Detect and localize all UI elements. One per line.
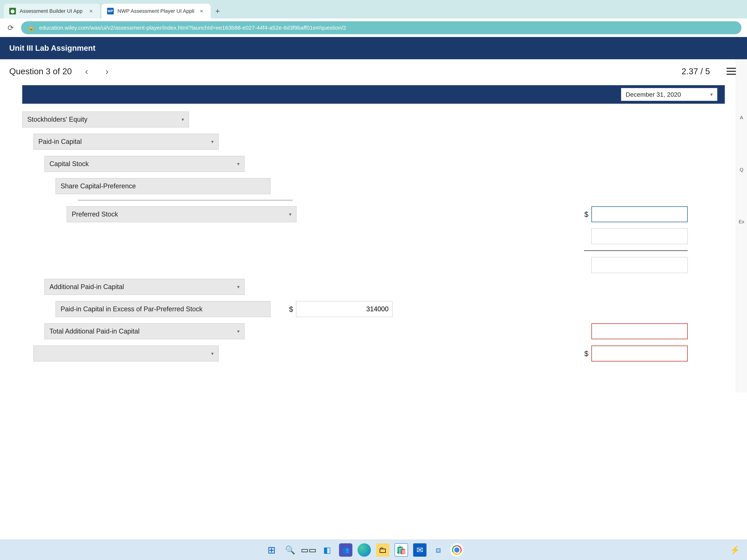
amount-input-total[interactable] <box>591 346 688 362</box>
account-label: Paid-in Capital in Excess of Par-Preferr… <box>60 305 203 313</box>
date-select[interactable]: December 31, 2020 ▾ <box>621 88 717 101</box>
account-label: Additional Paid-in Capital <box>49 283 124 291</box>
account-select[interactable]: Additional Paid-in Capital ▾ <box>45 279 244 295</box>
account-label: Share Capital-Preference <box>60 182 136 190</box>
total-line-row <box>22 250 725 251</box>
row-blank: ▾ $ <box>22 345 725 362</box>
file-explorer-button[interactable]: 🗀 <box>376 543 389 557</box>
sliver-label: Ex <box>739 219 744 224</box>
right-panel-sliver: A Q Ex <box>736 59 747 393</box>
dropbox-icon: ⧈ <box>436 545 441 555</box>
chevron-left-icon: ‹ <box>85 66 88 77</box>
tab-assessment-player[interactable]: WP NWP Assessment Player UI Appli × <box>102 4 211 19</box>
chevron-down-icon: ▾ <box>289 212 291 217</box>
amount-group <box>591 323 688 339</box>
sliver-label: Q <box>740 167 743 172</box>
new-tab-button[interactable]: + <box>212 5 223 17</box>
address-bar: ⟳ 🔒 education.wiley.com/was/ui/v2/assess… <box>0 19 747 37</box>
chevron-down-icon: ▾ <box>211 139 214 144</box>
account-select[interactable]: ▾ <box>33 346 218 362</box>
account-select[interactable]: Paid-in Capital ▾ <box>33 134 218 150</box>
account-select[interactable]: Stockholders' Equity ▾ <box>22 111 189 127</box>
account-select[interactable]: Preferred Stock ▾ <box>67 206 297 222</box>
account-label: Preferred Stock <box>72 210 118 218</box>
reload-icon: ⟳ <box>7 24 14 32</box>
dollar-sign: $ <box>289 305 293 313</box>
dollar-sign: $ <box>584 349 588 358</box>
taskbar: ⊞ 🔍 ▭▭ ◧ 👥 🗀 🛍️ ✉ <box>0 540 747 560</box>
worksheet: December 31, 2020 ▾ Stockholders' Equity… <box>0 83 747 540</box>
close-icon[interactable]: × <box>87 7 95 15</box>
task-view-button[interactable]: ▭▭ <box>302 543 315 557</box>
mail-button[interactable]: ✉ <box>413 543 427 557</box>
teams-icon: 👥 <box>342 546 350 554</box>
amount-group: $ <box>584 206 688 222</box>
mail-icon: ✉ <box>416 545 423 555</box>
tray-item[interactable]: ⚡ <box>728 543 742 557</box>
account-label: Total Additional Paid-in Capital <box>49 327 139 335</box>
browser-window: ⬤ Assessment Builder UI App × WP NWP Ass… <box>0 0 747 560</box>
amount-input-preferred-stock[interactable] <box>591 206 688 222</box>
row-additional-paid-in-capital: Additional Paid-in Capital ▾ <box>22 278 725 295</box>
question-counter: Question 3 of 20 <box>9 66 72 76</box>
row-share-capital-preference: Share Capital-Preference ▾ <box>22 178 725 194</box>
search-button[interactable]: 🔍 <box>283 543 297 557</box>
amount-input-excess-par[interactable] <box>296 301 392 317</box>
prev-question-button[interactable]: ‹ <box>81 66 92 77</box>
question-bar: Question 3 of 20 ‹ › 2.37 / 5 <box>0 59 747 83</box>
row-total-additional-paid-in: Total Additional Paid-in Capital ▾ <box>22 323 725 340</box>
tab-label: NWP Assessment Player UI Appli <box>118 8 194 14</box>
assignment-title: Unit III Lab Assignment <box>9 44 96 53</box>
chevron-down-icon: ▾ <box>237 161 239 167</box>
widgets-button[interactable]: ◧ <box>320 543 334 557</box>
chevron-down-icon: ▾ <box>710 92 713 98</box>
amount-group: $ <box>289 301 392 317</box>
folder-icon: 🗀 <box>379 545 387 555</box>
row-paid-in-capital: Paid-in Capital ▾ <box>22 133 725 150</box>
amount-input-total-additional[interactable] <box>591 323 688 339</box>
tab-strip: ⬤ Assessment Builder UI App × WP NWP Ass… <box>0 0 747 19</box>
chevron-right-icon: › <box>105 66 108 77</box>
taskbar-tray: ⚡ <box>728 543 742 557</box>
question-score: 2.37 / 5 <box>681 66 710 76</box>
account-label: Stockholders' Equity <box>27 115 87 123</box>
lock-icon: 🔒 <box>28 24 35 31</box>
chevron-down-icon: ▾ <box>237 284 239 290</box>
account-select[interactable]: Paid-in Capital in Excess of Par-Preferr… <box>56 301 271 317</box>
favicon-player-icon: WP <box>107 8 114 15</box>
worksheet-rows: Stockholders' Equity ▾ Paid-in Capital ▾… <box>22 111 725 362</box>
chrome-button[interactable] <box>450 543 464 557</box>
reload-button[interactable]: ⟳ <box>5 23 16 33</box>
divider <box>78 200 293 201</box>
start-button[interactable]: ⊞ <box>265 543 278 557</box>
dropbox-button[interactable]: ⧈ <box>432 543 445 557</box>
url-text: education.wiley.com/was/ui/v2/assessment… <box>39 25 346 31</box>
chevron-down-icon: ▾ <box>211 351 214 356</box>
sliver-label: A <box>740 115 743 121</box>
underline <box>584 250 688 251</box>
tab-assessment-builder[interactable]: ⬤ Assessment Builder UI App × <box>4 4 100 19</box>
search-icon: 🔍 <box>285 545 295 555</box>
chevron-down-icon: ▾ <box>237 328 239 334</box>
url-input[interactable]: 🔒 education.wiley.com/was/ui/v2/assessme… <box>21 21 742 34</box>
amount-input-subtotal[interactable] <box>591 228 688 244</box>
account-select[interactable]: Share Capital-Preference ▾ <box>56 178 271 194</box>
taskbar-center: ⊞ 🔍 ▭▭ ◧ 👥 🗀 🛍️ ✉ <box>265 543 464 557</box>
row-preferred-stock: Preferred Stock ▾ $ <box>22 206 725 222</box>
teams-button[interactable]: 👥 <box>339 543 352 557</box>
next-question-button[interactable]: › <box>102 66 113 77</box>
account-select[interactable]: Total Additional Paid-in Capital ▾ <box>45 323 244 339</box>
sheet-header: December 31, 2020 ▾ <box>22 85 725 104</box>
dollar-sign: $ <box>584 210 588 218</box>
amount-input-subtotal-2[interactable] <box>591 257 688 273</box>
close-icon[interactable]: × <box>198 7 205 15</box>
tab-label: Assessment Builder UI App <box>20 8 82 14</box>
edge-button[interactable] <box>358 543 371 557</box>
amount-group <box>591 228 688 244</box>
account-select[interactable]: Capital Stock ▾ <box>45 156 244 172</box>
subtotal-row <box>22 228 725 244</box>
chevron-down-icon: ▾ <box>182 117 184 123</box>
subtotal-row-2 <box>22 257 725 273</box>
plus-icon: + <box>215 7 220 16</box>
store-button[interactable]: 🛍️ <box>395 543 408 557</box>
